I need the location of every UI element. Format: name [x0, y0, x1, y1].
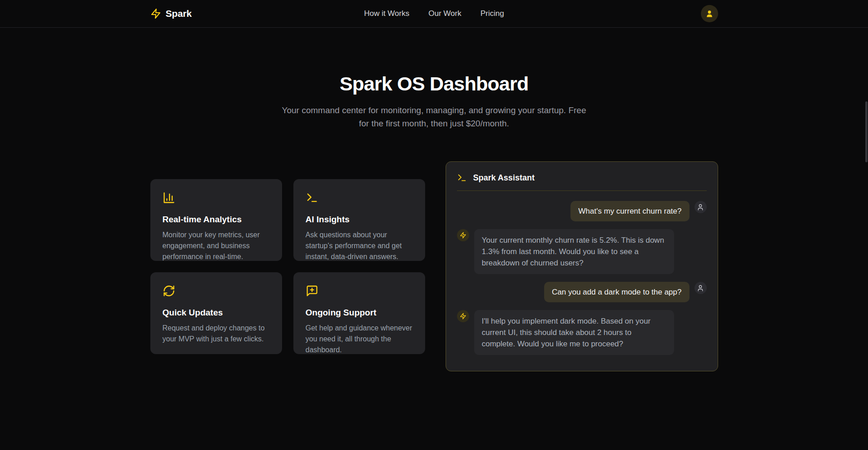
- zap-icon: [150, 8, 161, 19]
- feature-card-realtime-analytics: Real-time Analytics Monitor your key met…: [150, 179, 282, 261]
- app-header: Spark How it Works Our Work Pricing: [0, 0, 868, 28]
- assistant-avatar: [457, 229, 469, 241]
- chat-message-assistant: I'll help you implement dark mode. Based…: [457, 310, 707, 355]
- brand-name: Spark: [166, 8, 192, 19]
- chat-bubble-user: What's my current churn rate?: [570, 201, 689, 221]
- zap-icon: [460, 232, 466, 239]
- terminal-icon: [457, 173, 467, 183]
- chat-messages: What's my current churn rate? Your curre…: [457, 201, 707, 355]
- nav-link-pricing[interactable]: Pricing: [481, 9, 504, 18]
- feature-title: AI Insights: [306, 215, 413, 225]
- assistant-panel-title: Spark Assistant: [473, 173, 535, 183]
- feature-card-quick-updates: Quick Updates Request and deploy changes…: [150, 272, 282, 354]
- bar-chart-icon: [163, 191, 270, 204]
- assistant-panel: Spark Assistant What's my current churn …: [446, 161, 718, 371]
- user-avatar: [694, 282, 707, 294]
- terminal-icon: [306, 191, 413, 204]
- chat-bubble-user: Can you add a dark mode to the app?: [544, 282, 689, 302]
- hero-section: Spark OS Dashboard Your command center f…: [0, 73, 868, 130]
- main-nav: How it Works Our Work Pricing: [364, 9, 504, 18]
- chat-message-user: What's my current churn rate?: [457, 201, 707, 221]
- chat-message-assistant: Your current monthly churn rate is 5.2%.…: [457, 229, 707, 274]
- feature-title: Quick Updates: [163, 308, 270, 318]
- feature-description: Get help and guidance whenever you need …: [306, 323, 413, 355]
- nav-link-how-it-works[interactable]: How it Works: [364, 9, 409, 18]
- main-content: Real-time Analytics Monitor your key met…: [150, 161, 718, 371]
- feature-description: Monitor your key metrics, user engagemen…: [163, 230, 270, 262]
- assistant-panel-header: Spark Assistant: [457, 173, 707, 191]
- feature-title: Real-time Analytics: [163, 215, 270, 225]
- user-icon: [697, 204, 704, 211]
- chat-bubble-assistant: I'll help you implement dark mode. Based…: [474, 310, 674, 355]
- brand[interactable]: Spark: [150, 8, 192, 19]
- page-subtitle: Your command center for monitoring, mana…: [278, 104, 591, 130]
- chat-bubble-assistant: Your current monthly churn rate is 5.2%.…: [474, 229, 674, 274]
- feature-description: Request and deploy changes to your MVP w…: [163, 323, 270, 345]
- feature-title: Ongoing Support: [306, 308, 413, 318]
- refresh-icon: [163, 285, 270, 297]
- message-square-plus-icon: [306, 285, 413, 297]
- feature-card-ongoing-support: Ongoing Support Get help and guidance wh…: [293, 272, 425, 354]
- feature-description: Ask questions about your startup's perfo…: [306, 230, 413, 262]
- nav-link-our-work[interactable]: Our Work: [428, 9, 461, 18]
- user-avatar-button[interactable]: [701, 5, 718, 22]
- page-title: Spark OS Dashboard: [0, 73, 868, 95]
- feature-card-ai-insights: AI Insights Ask questions about your sta…: [293, 179, 425, 261]
- user-icon: [697, 285, 704, 292]
- user-avatar: [694, 201, 707, 213]
- scrollbar-thumb[interactable]: [865, 101, 868, 162]
- user-icon: [705, 9, 714, 18]
- header-inner: Spark How it Works Our Work Pricing: [150, 0, 718, 27]
- features-grid: Real-time Analytics Monitor your key met…: [150, 179, 425, 354]
- zap-icon: [460, 313, 466, 320]
- chat-message-user: Can you add a dark mode to the app?: [457, 282, 707, 302]
- assistant-avatar: [457, 310, 469, 322]
